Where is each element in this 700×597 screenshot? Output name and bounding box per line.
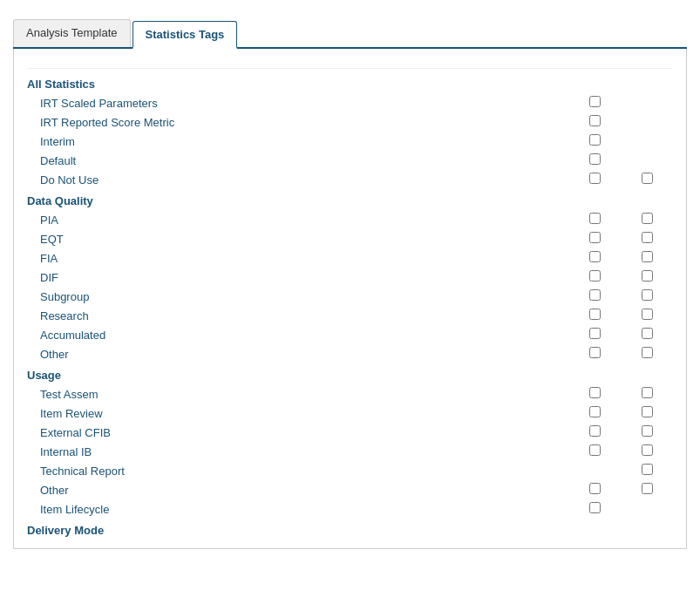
section-header-delivery-mode: Delivery Mode bbox=[27, 519, 673, 539]
test-checkbox[interactable] bbox=[642, 464, 653, 475]
item-checkbox[interactable] bbox=[589, 406, 601, 417]
tag-label: FIA bbox=[40, 252, 568, 265]
item-checkbox[interactable] bbox=[589, 153, 601, 165]
tag-label: IRT Reported Score Metric bbox=[40, 116, 568, 129]
tag-label: External CFIB bbox=[40, 426, 568, 439]
section-header-data-quality: Data Quality bbox=[27, 189, 673, 210]
test-checkbox[interactable] bbox=[642, 425, 653, 437]
test-checkbox[interactable] bbox=[642, 309, 653, 320]
tab-statistics-tags[interactable]: Statistics Tags bbox=[133, 21, 238, 49]
test-checkbox[interactable] bbox=[642, 251, 653, 262]
test-checkbox[interactable] bbox=[642, 444, 653, 456]
tag-label: Subgroup bbox=[40, 290, 568, 303]
item-checkbox[interactable] bbox=[589, 232, 601, 243]
tag-label: EQT bbox=[40, 233, 568, 246]
test-checkbox[interactable] bbox=[642, 173, 653, 184]
table-row: Research bbox=[27, 306, 673, 325]
test-checkbox[interactable] bbox=[642, 270, 653, 282]
item-checkbox[interactable] bbox=[589, 347, 601, 358]
table-row: Do Not Use bbox=[27, 170, 673, 189]
test-checkbox[interactable] bbox=[642, 483, 653, 494]
table-row: Internal IB bbox=[27, 442, 673, 461]
item-checkbox[interactable] bbox=[589, 387, 601, 398]
test-checkbox[interactable] bbox=[642, 213, 653, 224]
tag-label: Interim bbox=[40, 135, 568, 148]
table-row: Default bbox=[27, 151, 673, 170]
test-checkbox[interactable] bbox=[642, 232, 653, 243]
tag-label: Default bbox=[40, 154, 568, 167]
test-checkbox[interactable] bbox=[642, 289, 653, 301]
table-row: Other bbox=[27, 480, 673, 499]
item-checkbox[interactable] bbox=[589, 270, 601, 282]
tag-label: Internal IB bbox=[40, 445, 568, 458]
item-checkbox[interactable] bbox=[589, 425, 601, 437]
item-checkbox[interactable] bbox=[589, 309, 601, 320]
tab-content: All StatisticsIRT Scaled ParametersIRT R… bbox=[13, 49, 687, 549]
tag-label: Technical Report bbox=[40, 465, 568, 478]
tag-label: Do Not Use bbox=[40, 173, 568, 187]
item-checkbox[interactable] bbox=[589, 251, 601, 262]
tag-label: IRT Scaled Parameters bbox=[40, 97, 568, 110]
item-checkbox[interactable] bbox=[589, 173, 601, 184]
table-row: EQT bbox=[27, 229, 673, 248]
sections-container: All StatisticsIRT Scaled ParametersIRT R… bbox=[27, 72, 673, 539]
item-checkbox[interactable] bbox=[589, 134, 601, 146]
table-row: Interim bbox=[27, 132, 673, 151]
tabs-container: Analysis Template Statistics Tags bbox=[13, 19, 687, 49]
table-row: Item Lifecycle bbox=[27, 499, 673, 519]
table-row: IRT Scaled Parameters bbox=[27, 93, 673, 112]
item-checkbox[interactable] bbox=[589, 96, 601, 107]
item-checkbox[interactable] bbox=[589, 502, 601, 513]
table-row: Other bbox=[27, 344, 673, 363]
item-checkbox[interactable] bbox=[589, 213, 601, 224]
table-row: Test Assem bbox=[27, 384, 673, 404]
tag-label: Research bbox=[40, 309, 568, 322]
table-row: External CFIB bbox=[27, 423, 673, 442]
tag-label: Test Assem bbox=[40, 388, 568, 401]
item-checkbox[interactable] bbox=[589, 328, 601, 339]
table-row: Technical Report bbox=[27, 461, 673, 480]
table-row: Accumulated bbox=[27, 325, 673, 344]
tag-label: PIA bbox=[40, 214, 568, 227]
tag-label: Item Lifecycle bbox=[40, 503, 568, 516]
table-header bbox=[27, 58, 673, 69]
table-row: PIA bbox=[27, 210, 673, 229]
table-row: DIF bbox=[27, 268, 673, 287]
table-row: Subgroup bbox=[27, 287, 673, 306]
table-row: Item Review bbox=[27, 404, 673, 423]
item-checkbox[interactable] bbox=[589, 289, 601, 301]
section-header-all-statistics: All Statistics bbox=[27, 72, 673, 93]
tag-label: Other bbox=[40, 484, 568, 497]
test-checkbox[interactable] bbox=[642, 328, 653, 339]
tab-analysis-template[interactable]: Analysis Template bbox=[13, 19, 131, 47]
test-checkbox[interactable] bbox=[642, 387, 653, 398]
table-row: IRT Reported Score Metric bbox=[27, 112, 673, 132]
tag-label: DIF bbox=[40, 271, 568, 284]
tag-label: Other bbox=[40, 348, 568, 361]
tag-label: Item Review bbox=[40, 407, 568, 420]
tag-label: Accumulated bbox=[40, 329, 568, 342]
item-checkbox[interactable] bbox=[589, 444, 601, 456]
item-checkbox[interactable] bbox=[589, 115, 601, 126]
item-checkbox[interactable] bbox=[589, 483, 601, 494]
section-header-usage: Usage bbox=[27, 363, 673, 384]
table-row: FIA bbox=[27, 248, 673, 268]
test-checkbox[interactable] bbox=[642, 347, 653, 358]
test-checkbox[interactable] bbox=[642, 406, 653, 417]
